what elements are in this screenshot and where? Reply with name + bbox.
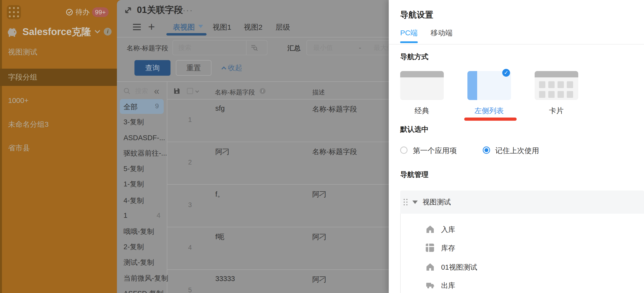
min-value-input[interactable] xyxy=(313,44,347,52)
nav-option-label-classic[interactable]: 经典 xyxy=(400,106,444,116)
filter-search-input[interactable] xyxy=(173,44,246,52)
column-header-name[interactable]: 名称-标题字段 xyxy=(215,88,255,97)
nav-option-label-leftlist[interactable]: 左侧列表 xyxy=(467,106,511,116)
drawer-divider xyxy=(389,44,644,44)
cell-name[interactable]: f。 xyxy=(215,190,224,199)
summary-label: 汇总 xyxy=(288,44,300,52)
sidebar-item-unnamed-group3[interactable]: 未命名分组3 xyxy=(0,117,117,132)
cell-name[interactable]: 33333 xyxy=(215,275,235,283)
cell-desc[interactable]: 名称-标题字段 xyxy=(312,147,357,157)
todo-count-badge: 99+ xyxy=(92,7,109,17)
group-item[interactable]: 5-复制 xyxy=(124,164,165,174)
more-menu-button[interactable]: ··· xyxy=(183,5,193,15)
caret-up-icon xyxy=(222,66,226,71)
nav-settings-drawer: 导航设置 PC端 移动端 导航方式 ✓ 经典 左侧列表 卡片 默认选中 第一个应… xyxy=(389,0,644,293)
tab-mobile[interactable]: 移动端 xyxy=(431,28,452,38)
group-item[interactable]: 4-复制 xyxy=(124,196,165,206)
tab-view2[interactable]: 视图2 xyxy=(244,22,262,32)
todo-button[interactable]: 待办 99+ xyxy=(66,7,109,17)
group-item-all[interactable]: 全部 9 xyxy=(120,99,164,114)
nav-item-label[interactable]: 入库 xyxy=(441,225,455,235)
cell-name[interactable]: f呃 xyxy=(215,232,224,242)
drag-handle-icon[interactable] xyxy=(404,199,408,205)
save-icon[interactable] xyxy=(174,88,180,94)
radio-first-app[interactable] xyxy=(400,146,408,154)
tab-table-view[interactable]: 表视图 xyxy=(173,22,195,32)
app-name: Salesforce克隆 xyxy=(22,25,91,38)
app-switcher[interactable]: Salesforce克隆 i xyxy=(6,25,112,38)
group-item[interactable]: ASDASDF-... xyxy=(124,134,165,142)
expand-icon[interactable] xyxy=(123,5,133,15)
nav-group-label: 视图测试 xyxy=(422,197,451,207)
home-icon xyxy=(426,263,434,271)
todo-label: 待办 xyxy=(76,7,90,17)
group-item[interactable]: 驱蚊器前往-... xyxy=(124,148,165,158)
selected-check-icon: ✓ xyxy=(502,69,510,77)
checkbox-chevron-icon[interactable] xyxy=(195,89,199,93)
group-item[interactable]: 1-复制 xyxy=(124,179,165,189)
query-button[interactable]: 查询 xyxy=(134,60,170,76)
filter-search-icon xyxy=(251,44,258,51)
view-list-icon[interactable] xyxy=(133,24,141,30)
group-item[interactable]: 14 xyxy=(124,212,165,220)
radio-remember-last-label[interactable]: 记住上次使用 xyxy=(495,146,539,156)
table-icon xyxy=(426,244,434,252)
cell-name[interactable]: 阿刁 xyxy=(215,147,230,157)
nav-option-label-card[interactable]: 卡片 xyxy=(534,106,578,116)
selected-option-bar xyxy=(464,118,516,121)
cell-desc[interactable]: 阿刁 xyxy=(312,275,326,285)
group-search[interactable]: 搜索 xyxy=(123,87,148,95)
nav-group-header[interactable]: 视图测试 xyxy=(400,191,644,214)
sidebar-item-province[interactable]: 省市县 xyxy=(0,140,117,156)
group-border xyxy=(400,214,401,293)
cell-desc[interactable]: 名称-标题字段 xyxy=(312,104,357,114)
apps-grid-icon[interactable] xyxy=(7,5,21,19)
sidebar-item-1000[interactable]: 1000+ xyxy=(0,93,117,108)
tab-view1[interactable]: 视图1 xyxy=(213,22,232,32)
thumb-left-strip xyxy=(468,71,477,100)
nav-item-label[interactable]: 库存 xyxy=(441,243,455,253)
group-item[interactable]: ASFSD-复制 xyxy=(124,289,165,293)
range-dash: - xyxy=(359,44,361,52)
nav-option-classic-thumb[interactable] xyxy=(400,71,444,100)
group-item[interactable]: 测试-复制 xyxy=(124,258,165,268)
tab-caret-icon[interactable] xyxy=(198,25,203,28)
radio-first-app-label[interactable]: 第一个应用项 xyxy=(413,146,457,156)
tab-pc[interactable]: PC端 xyxy=(400,28,418,38)
group-item[interactable]: 哦哦-复制 xyxy=(124,227,165,237)
truck-icon xyxy=(426,281,434,290)
group-item[interactable]: 当前微风-复制 xyxy=(124,274,165,283)
cell-desc[interactable]: 阿刁 xyxy=(312,190,326,199)
advanced-search-button[interactable] xyxy=(246,41,262,55)
select-all-checkbox[interactable] xyxy=(187,88,193,94)
check-circle-icon xyxy=(66,8,73,16)
add-view-button[interactable]: + xyxy=(148,20,155,33)
collapse-panel-icon[interactable]: « xyxy=(154,86,159,97)
home-icon xyxy=(426,225,434,234)
nav-option-card-thumb[interactable] xyxy=(535,71,578,100)
reset-button[interactable]: 重置 xyxy=(176,60,212,76)
group-item[interactable]: 3-复制 xyxy=(124,117,165,127)
radio-remember-last[interactable] xyxy=(483,146,490,154)
app-info-icon[interactable]: i xyxy=(104,28,112,35)
cell-desc[interactable]: 阿刁 xyxy=(312,232,326,242)
collapse-triangle-icon[interactable] xyxy=(412,201,418,204)
thumb-topbar xyxy=(535,71,578,77)
group-search-placeholder: 搜索 xyxy=(135,87,148,95)
cell-name[interactable]: sfg xyxy=(215,104,225,112)
sidebar-item-view-test[interactable]: 视图测试 xyxy=(0,44,117,60)
nav-item-label[interactable]: 出库 xyxy=(441,281,455,291)
row-number: 5 xyxy=(183,287,197,293)
group-item[interactable]: 2-复制 xyxy=(124,242,165,252)
collapse-filters-link[interactable]: 收起 xyxy=(222,60,242,76)
tab-hierarchy[interactable]: 层级 xyxy=(276,22,290,32)
thumb-topbar xyxy=(400,71,444,77)
sidebar-item-field-group[interactable]: 字段分组 xyxy=(0,69,117,86)
row-number: 4 xyxy=(183,244,197,251)
filter-search-box xyxy=(172,40,268,55)
nav-item-label[interactable]: 01视图测试 xyxy=(441,263,477,272)
nav-manage-title: 导航管理 xyxy=(400,170,428,180)
nav-mode-title: 导航方式 xyxy=(400,52,428,62)
column-header-desc[interactable]: 描述 xyxy=(312,88,325,97)
pig-icon xyxy=(6,25,18,38)
